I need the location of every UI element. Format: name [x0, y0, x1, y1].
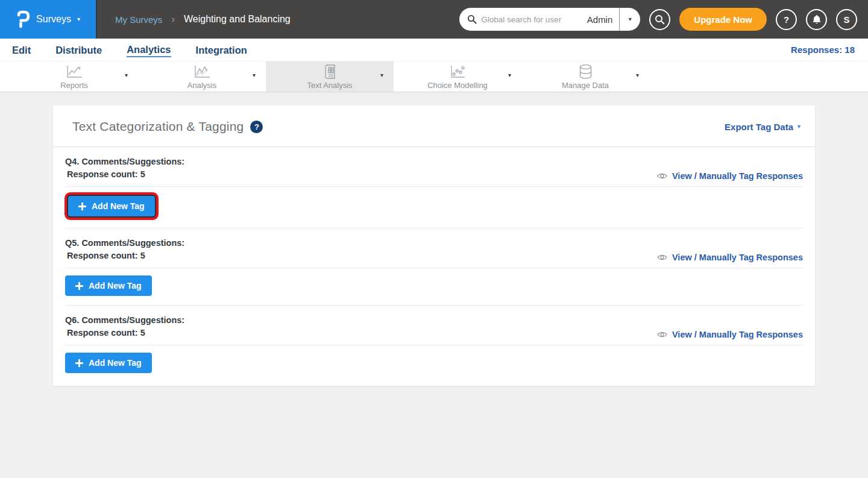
question-section-q4: Q4. Comments/Suggestions: Response count… — [65, 147, 803, 228]
search-icon — [655, 14, 665, 25]
tab-analytics[interactable]: Analytics — [127, 43, 171, 57]
global-search: Admin ▾ — [459, 8, 640, 31]
product-menu[interactable]: Surveys ▾ — [0, 0, 97, 39]
export-tag-data-label: Export Tag Data — [725, 122, 793, 132]
responses-count: Responses: 18 — [791, 45, 855, 55]
global-search-input[interactable] — [481, 15, 580, 24]
response-count: Response count: 5 — [65, 250, 184, 262]
eye-icon — [657, 254, 667, 261]
chevron-down-icon[interactable]: ▾ — [125, 72, 128, 78]
plus-icon — [78, 203, 86, 210]
question-label: Q4. Comments/Suggestions: — [65, 156, 184, 168]
top-header: Surveys ▾ My Surveys › Weighting and Bal… — [0, 0, 868, 39]
search-scope-admin[interactable]: Admin — [580, 14, 620, 25]
chevron-down-icon: ▾ — [797, 124, 800, 130]
chevron-down-icon[interactable]: ▾ — [508, 72, 511, 78]
add-new-tag-label: Add New Tag — [92, 201, 145, 211]
tab-reports[interactable]: Reports ▾ — [10, 61, 138, 92]
plus-icon — [75, 359, 83, 367]
add-new-tag-label: Add New Tag — [89, 358, 142, 368]
breadcrumb-my-surveys[interactable]: My Surveys — [115, 14, 162, 25]
breadcrumb-current-survey: Weighting and Balancing — [184, 14, 291, 25]
tab-manage-data[interactable]: Manage Data ▾ — [521, 61, 649, 92]
question-label: Q6. Comments/Suggestions: — [65, 314, 184, 327]
user-avatar[interactable]: S — [836, 9, 857, 30]
upgrade-now-button[interactable]: Upgrade Now — [679, 8, 767, 31]
question-mark-icon: ? — [784, 14, 789, 25]
page-body: Text Categorization & Tagging ? Export T… — [0, 92, 868, 386]
view-manually-tag-link[interactable]: View / Manually Tag Responses — [657, 171, 803, 181]
multi-line-chart-icon — [193, 63, 211, 80]
add-new-tag-button[interactable]: Add New Tag — [68, 196, 155, 216]
question-section-q5: Q5. Comments/Suggestions: Response count… — [65, 228, 803, 306]
text-tagging-card: Text Categorization & Tagging ? Export T… — [53, 105, 815, 386]
view-manually-tag-link[interactable]: View / Manually Tag Responses — [657, 253, 803, 262]
bell-icon — [812, 14, 822, 25]
search-scope-caret-icon[interactable]: ▾ — [620, 16, 640, 22]
tab-label: Text Analysis — [307, 81, 352, 90]
tab-label: Analysis — [187, 81, 216, 90]
help-button[interactable]: ? — [776, 9, 797, 30]
add-new-tag-button[interactable]: Add New Tag — [65, 275, 152, 296]
add-tag-row: Add New Tag — [65, 345, 803, 382]
survey-nav: Edit Distribute Analytics Integration Re… — [0, 39, 868, 61]
database-icon — [578, 63, 593, 80]
tab-label: Choice Modelling — [427, 81, 488, 90]
tab-distribute[interactable]: Distribute — [55, 43, 102, 56]
plus-icon — [75, 282, 83, 290]
proprofs-logo-icon — [16, 10, 30, 29]
add-tag-row: Add New Tag — [65, 268, 803, 305]
question-sections: Q4. Comments/Suggestions: Response count… — [53, 147, 815, 386]
section-head: Q5. Comments/Suggestions: Response count… — [65, 228, 803, 268]
question-label: Q5. Comments/Suggestions: — [65, 237, 184, 250]
eye-icon — [657, 172, 667, 180]
search-icon — [467, 14, 477, 24]
tab-label: Manage Data — [562, 81, 609, 90]
breadcrumb: My Surveys › Weighting and Balancing — [115, 0, 291, 39]
response-count: Response count: 5 — [65, 327, 184, 339]
view-link-label: View / Manually Tag Responses — [672, 253, 803, 262]
product-menu-label: Surveys — [36, 14, 71, 25]
tab-analysis[interactable]: Analysis ▾ — [138, 61, 266, 92]
chevron-down-icon[interactable]: ▾ — [636, 72, 639, 78]
tab-label: Reports — [60, 81, 88, 90]
add-new-tag-button[interactable]: Add New Tag — [65, 353, 152, 373]
chevron-down-icon[interactable]: ▾ — [253, 72, 256, 78]
analytics-tabstrip: Reports ▾ Analysis ▾ Text Analysis ▾ — [0, 61, 868, 92]
view-link-label: View / Manually Tag Responses — [672, 171, 803, 181]
text-document-icon — [323, 63, 337, 80]
tab-choice-modelling[interactable]: Choice Modelling ▾ — [394, 61, 521, 92]
tab-edit[interactable]: Edit — [12, 43, 31, 56]
card-header: Text Categorization & Tagging ? Export T… — [53, 105, 815, 147]
view-manually-tag-link[interactable]: View / Manually Tag Responses — [657, 330, 803, 339]
section-head: Q6. Comments/Suggestions: Response count… — [65, 306, 803, 345]
header-search-button[interactable] — [649, 9, 670, 30]
help-icon[interactable]: ? — [250, 121, 263, 133]
chevron-down-icon[interactable]: ▾ — [380, 72, 383, 78]
breadcrumb-separator-icon: › — [171, 13, 175, 25]
section-head: Q4. Comments/Suggestions: Response count… — [65, 147, 803, 186]
scatter-chart-icon — [449, 63, 466, 80]
add-tag-row: Add New Tag — [65, 187, 803, 228]
tab-text-analysis[interactable]: Text Analysis ▾ — [266, 61, 394, 92]
response-count: Response count: 5 — [65, 168, 184, 181]
avatar-initial: S — [843, 14, 849, 25]
eye-icon — [657, 331, 667, 338]
chevron-down-icon: ▾ — [77, 16, 80, 22]
tab-integration[interactable]: Integration — [196, 43, 247, 56]
notifications-button[interactable] — [806, 9, 827, 30]
question-section-q6: Q6. Comments/Suggestions: Response count… — [65, 306, 803, 382]
header-actions: Admin ▾ Upgrade Now ? S — [459, 0, 868, 39]
line-chart-icon — [65, 63, 83, 80]
view-link-label: View / Manually Tag Responses — [672, 330, 803, 339]
export-tag-data-dropdown[interactable]: Export Tag Data ▾ — [725, 122, 800, 132]
add-new-tag-label: Add New Tag — [89, 281, 142, 291]
page-title: Text Categorization & Tagging — [72, 119, 244, 134]
